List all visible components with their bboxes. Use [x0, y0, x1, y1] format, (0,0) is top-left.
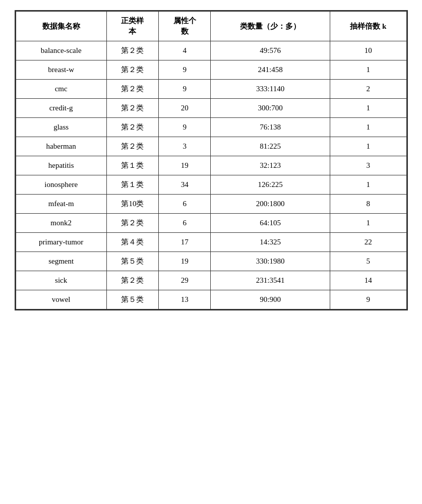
cell-attrs: 6 — [159, 195, 211, 214]
cell-dataset-name: primary-tumor — [16, 233, 106, 252]
cell-ratio: 241:458 — [211, 60, 330, 80]
table-row: glass第２类976:1381 — [16, 118, 406, 137]
cell-dataset-name: vowel — [16, 290, 106, 309]
cell-sample: 1 — [330, 175, 406, 195]
table-body: balance-scale第２类449:57610breast-w第２类9241… — [16, 41, 406, 309]
col-header-name: 数据集名称 — [16, 12, 106, 41]
cell-positive: 第２类 — [106, 214, 158, 233]
cell-sample: 3 — [330, 156, 406, 175]
table-row: balance-scale第２类449:57610 — [16, 41, 406, 60]
cell-ratio: 333:1140 — [211, 80, 330, 99]
cell-attrs: 19 — [159, 252, 211, 271]
cell-attrs: 13 — [159, 290, 211, 309]
cell-attrs: 34 — [159, 175, 211, 195]
cell-positive: 第２类 — [106, 271, 158, 290]
col-header-ratio: 类数量（少：多） — [211, 12, 330, 41]
cell-sample: 10 — [330, 41, 406, 60]
cell-sample: 1 — [330, 137, 406, 156]
cell-attrs: 9 — [159, 80, 211, 99]
cell-attrs: 19 — [159, 156, 211, 175]
cell-positive: 第２类 — [106, 60, 158, 80]
table-row: ionosphere第１类34126:2251 — [16, 175, 406, 195]
cell-sample: 14 — [330, 271, 406, 290]
cell-attrs: 9 — [159, 118, 211, 137]
cell-attrs: 4 — [159, 41, 211, 60]
table-row: haberman第２类381:2251 — [16, 137, 406, 156]
cell-ratio: 14:325 — [211, 233, 330, 252]
cell-sample: 1 — [330, 118, 406, 137]
table-row: vowel第５类1390:9009 — [16, 290, 406, 309]
cell-attrs: 6 — [159, 214, 211, 233]
cell-ratio: 81:225 — [211, 137, 330, 156]
cell-attrs: 20 — [159, 99, 211, 118]
cell-dataset-name: ionosphere — [16, 175, 106, 195]
cell-ratio: 300:700 — [211, 99, 330, 118]
table-row: mfeat-m第10类6200:18008 — [16, 195, 406, 214]
cell-sample: 1 — [330, 214, 406, 233]
cell-positive: 第１类 — [106, 175, 158, 195]
cell-dataset-name: hepatitis — [16, 156, 106, 175]
cell-positive: 第10类 — [106, 195, 158, 214]
cell-attrs: 3 — [159, 137, 211, 156]
cell-ratio: 32:123 — [211, 156, 330, 175]
cell-positive: 第１类 — [106, 156, 158, 175]
cell-positive: 第２类 — [106, 80, 158, 99]
main-table-wrapper: 数据集名称 正类样本 属性个数 类数量（少：多） 抽样倍数 k balance-… — [15, 10, 408, 310]
cell-ratio: 90:900 — [211, 290, 330, 309]
cell-ratio: 200:1800 — [211, 195, 330, 214]
cell-ratio: 64:105 — [211, 214, 330, 233]
cell-dataset-name: credit-g — [16, 99, 106, 118]
cell-sample: 1 — [330, 60, 406, 80]
cell-positive: 第２类 — [106, 41, 158, 60]
cell-dataset-name: segment — [16, 252, 106, 271]
cell-dataset-name: monk2 — [16, 214, 106, 233]
cell-dataset-name: breast-w — [16, 60, 106, 80]
cell-ratio: 231:3541 — [211, 271, 330, 290]
cell-positive: 第５类 — [106, 290, 158, 309]
cell-ratio: 330:1980 — [211, 252, 330, 271]
cell-sample: 5 — [330, 252, 406, 271]
cell-sample: 22 — [330, 233, 406, 252]
cell-dataset-name: cmc — [16, 80, 106, 99]
cell-positive: 第４类 — [106, 233, 158, 252]
data-table: 数据集名称 正类样本 属性个数 类数量（少：多） 抽样倍数 k balance-… — [16, 11, 407, 309]
cell-ratio: 126:225 — [211, 175, 330, 195]
cell-positive: 第５类 — [106, 252, 158, 271]
table-row: monk2第２类664:1051 — [16, 214, 406, 233]
cell-attrs: 17 — [159, 233, 211, 252]
cell-dataset-name: sick — [16, 271, 106, 290]
cell-dataset-name: glass — [16, 118, 106, 137]
cell-sample: 1 — [330, 99, 406, 118]
col-header-sample: 抽样倍数 k — [330, 12, 406, 41]
cell-positive: 第２类 — [106, 137, 158, 156]
cell-dataset-name: haberman — [16, 137, 106, 156]
col-header-positive: 正类样本 — [106, 12, 158, 41]
table-row: hepatitis第１类1932:1233 — [16, 156, 406, 175]
cell-dataset-name: balance-scale — [16, 41, 106, 60]
cell-dataset-name: mfeat-m — [16, 195, 106, 214]
table-header-row: 数据集名称 正类样本 属性个数 类数量（少：多） 抽样倍数 k — [16, 12, 406, 41]
cell-ratio: 76:138 — [211, 118, 330, 137]
cell-positive: 第２类 — [106, 118, 158, 137]
table-row: segment第５类19330:19805 — [16, 252, 406, 271]
cell-sample: 8 — [330, 195, 406, 214]
table-row: primary-tumor第４类1714:32522 — [16, 233, 406, 252]
table-row: sick第２类29231:354114 — [16, 271, 406, 290]
table-row: credit-g第２类20300:7001 — [16, 99, 406, 118]
col-header-attrs: 属性个数 — [159, 12, 211, 41]
cell-positive: 第２类 — [106, 99, 158, 118]
table-row: cmc第２类9333:11402 — [16, 80, 406, 99]
cell-attrs: 29 — [159, 271, 211, 290]
table-row: breast-w第２类9241:4581 — [16, 60, 406, 80]
cell-ratio: 49:576 — [211, 41, 330, 60]
cell-sample: 9 — [330, 290, 406, 309]
cell-sample: 2 — [330, 80, 406, 99]
cell-attrs: 9 — [159, 60, 211, 80]
